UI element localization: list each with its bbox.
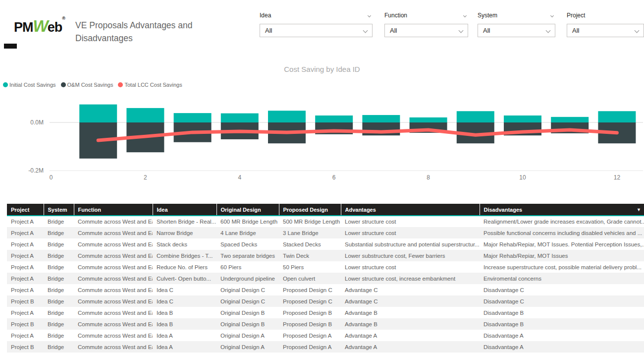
table-row[interactable]: Project ABridgeCommute across West and E… bbox=[7, 250, 644, 261]
table-row[interactable]: Project BBridgeCommute across West and E… bbox=[7, 318, 644, 330]
bar-initial-cost-savings[interactable] bbox=[504, 116, 541, 122]
table-row[interactable]: Project ABridgeCommute across West and E… bbox=[7, 284, 644, 295]
slicer-menu-chevron-icon[interactable] bbox=[550, 13, 554, 17]
table-cell: Lower structure cost, increase embankmen… bbox=[341, 273, 480, 284]
legend-dot-icon bbox=[118, 82, 123, 87]
table-cell: Disadvantage C bbox=[480, 284, 644, 295]
table-row[interactable]: Project BBridgeCommute across West and E… bbox=[7, 341, 644, 353]
slicer-system-dropdown[interactable]: All bbox=[478, 24, 555, 37]
column-header-proposed-design[interactable]: Proposed Design bbox=[279, 204, 341, 216]
table-cell: Increase superstructure cost, possible m… bbox=[480, 261, 644, 273]
column-header-disadvantages[interactable]: Disadvantages▼ bbox=[480, 204, 644, 216]
slicer-idea-dropdown[interactable]: All bbox=[260, 24, 373, 37]
legend-item-initial[interactable]: Initial Cost Savings bbox=[3, 82, 56, 88]
table-cell: Advantage C bbox=[341, 295, 480, 307]
chevron-down-icon bbox=[459, 28, 464, 33]
table-cell: Combine Bridges - T... bbox=[153, 250, 216, 261]
table-cell: Project A bbox=[7, 250, 44, 261]
chevron-down-icon bbox=[635, 28, 640, 33]
table-row[interactable]: Project ABridgeCommute across West and E… bbox=[7, 216, 644, 227]
x-axis-tick-label: 4 bbox=[238, 174, 241, 181]
table-cell: Idea C bbox=[153, 284, 216, 295]
table-row[interactable]: Project ABridgeCommute across West and E… bbox=[7, 227, 644, 238]
table-cell: Commute across West and East... bbox=[74, 341, 153, 353]
table-cell: Bridge bbox=[44, 250, 74, 261]
table-row[interactable]: Project ABridgeCommute across West and E… bbox=[7, 330, 644, 341]
table-cell: 500 MR Bridge Length bbox=[279, 216, 341, 227]
slicer-system-label: System bbox=[478, 12, 497, 19]
table-cell: Lower structure cost bbox=[341, 216, 480, 227]
table-cell: Bridge bbox=[44, 318, 74, 330]
table-cell: Proposed Design B bbox=[279, 318, 341, 330]
x-axis-tick-label: 10 bbox=[519, 174, 526, 181]
bar-initial-cost-savings[interactable] bbox=[457, 111, 494, 122]
table-cell: Original Design A bbox=[216, 341, 279, 353]
bar-initial-cost-savings[interactable] bbox=[598, 111, 636, 122]
table-row[interactable]: Project ABridgeCommute across West and E… bbox=[7, 261, 644, 273]
sort-descending-icon: ▼ bbox=[637, 207, 641, 212]
table-cell: Two separate bridges bbox=[216, 250, 279, 261]
column-header-function[interactable]: Function bbox=[74, 204, 153, 216]
bar-initial-cost-savings[interactable] bbox=[362, 115, 400, 122]
slicer-menu-chevron-icon[interactable] bbox=[463, 13, 467, 17]
column-header-project[interactable]: Project bbox=[7, 204, 44, 216]
x-axis-tick-label: 2 bbox=[144, 174, 147, 181]
slicer-project-dropdown[interactable]: All bbox=[567, 24, 644, 37]
table-cell: Commute across West and East... bbox=[74, 238, 153, 250]
bar-initial-cost-savings[interactable] bbox=[410, 118, 447, 122]
pmweb-logo-bar bbox=[4, 44, 17, 49]
column-header-advantages[interactable]: Advantages bbox=[341, 204, 480, 216]
table-cell: Twin Deck bbox=[279, 250, 341, 261]
table-row[interactable]: Project ABridgeCommute across West and E… bbox=[7, 273, 644, 284]
table-cell: Bridge bbox=[44, 295, 74, 307]
table-cell: Substantial substructure and potential s… bbox=[341, 238, 480, 250]
bar-initial-cost-savings[interactable] bbox=[315, 116, 353, 122]
legend-item-oandm[interactable]: O&M Cost Savings bbox=[61, 82, 113, 88]
column-header-system[interactable]: System bbox=[44, 204, 74, 216]
slicer-function-value: All bbox=[390, 27, 397, 34]
table-cell: Advantage A bbox=[341, 330, 480, 341]
slicer-menu-chevron-icon[interactable] bbox=[368, 13, 371, 17]
bar-initial-cost-savings[interactable] bbox=[126, 108, 164, 122]
table-row[interactable]: Project ABridgeCommute across West and E… bbox=[7, 238, 644, 250]
bar-initial-cost-savings[interactable] bbox=[551, 117, 589, 122]
x-axis-tick-label: 0 bbox=[50, 174, 53, 181]
column-header-idea[interactable]: Idea bbox=[153, 204, 216, 216]
table-cell: Project A bbox=[7, 261, 44, 273]
table-cell: 50 Piers bbox=[279, 261, 341, 273]
table-row[interactable]: Project ABridgeCommute across West and E… bbox=[7, 307, 644, 318]
table-cell: Project B bbox=[7, 318, 44, 330]
bar-initial-cost-savings[interactable] bbox=[221, 114, 259, 122]
table-cell: Bridge bbox=[44, 216, 74, 227]
table-cell: Idea A bbox=[153, 330, 216, 341]
chart-legend: Initial Cost Savings O&M Cost Savings To… bbox=[3, 82, 187, 88]
table-cell: Proposed Design B bbox=[279, 307, 341, 318]
bar-initial-cost-savings[interactable] bbox=[268, 111, 306, 122]
table-cell: Stack decks bbox=[153, 238, 216, 250]
table-cell: Commute across West and East... bbox=[74, 307, 153, 318]
slicer-function-dropdown[interactable]: All bbox=[384, 24, 468, 37]
table-cell: Bridge bbox=[44, 227, 74, 238]
table-cell: Underground pipeline bbox=[216, 273, 279, 284]
cost-saving-chart[interactable]: 0.0M-0.2M024681012 bbox=[0, 92, 644, 191]
page-title: VE Proposals Advantages and Disadvantage… bbox=[75, 19, 224, 45]
table-cell: Idea C bbox=[153, 295, 216, 307]
table-cell: Project A bbox=[7, 216, 44, 227]
bar-initial-cost-savings[interactable] bbox=[174, 113, 212, 122]
table-cell: Commute across West and East... bbox=[74, 273, 153, 284]
legend-item-total-lcc[interactable]: Total LCC Cost Savings bbox=[118, 82, 182, 88]
table-cell: Enviromental concerns bbox=[480, 273, 644, 284]
chevron-down-icon bbox=[546, 28, 551, 33]
bar-initial-cost-savings[interactable] bbox=[79, 105, 117, 122]
slicer-function: Function All bbox=[384, 11, 468, 37]
table-cell: Stacked Decks bbox=[279, 238, 341, 250]
table-cell: Project B bbox=[7, 295, 44, 307]
table-cell: Original Design C bbox=[216, 295, 279, 307]
table-cell: Disadvantage A bbox=[480, 330, 644, 341]
x-axis-tick-label: 6 bbox=[332, 174, 336, 181]
table-cell: Commute across West and East... bbox=[74, 295, 153, 307]
table-cell: Project A bbox=[7, 330, 44, 341]
table-cell: Bridge bbox=[44, 284, 74, 295]
column-header-original-design[interactable]: Original Design bbox=[216, 204, 279, 216]
table-row[interactable]: Project BBridgeCommute across West and E… bbox=[7, 295, 644, 307]
